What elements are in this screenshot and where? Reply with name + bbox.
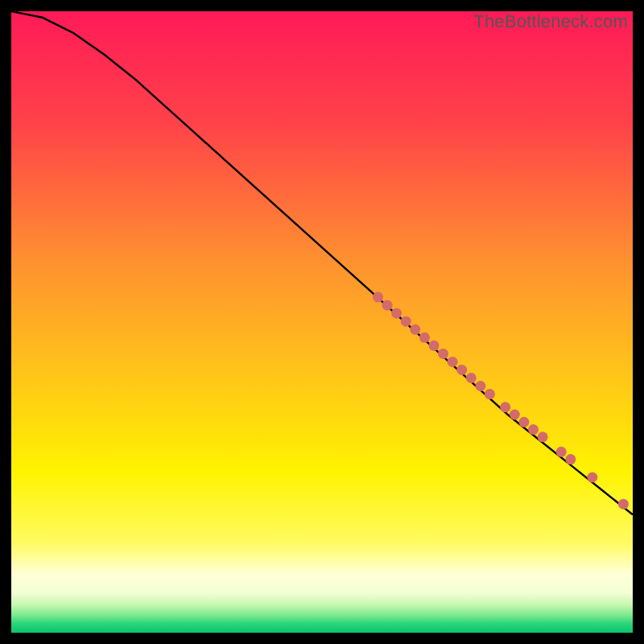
data-point [475, 381, 485, 391]
data-point [456, 365, 467, 375]
data-point [391, 308, 402, 319]
data-point [618, 499, 629, 510]
data-point [438, 349, 448, 359]
data-point [485, 389, 495, 399]
data-point [429, 341, 440, 351]
data-point [401, 316, 411, 327]
data-point [373, 292, 383, 303]
data-point [448, 357, 458, 367]
data-point [556, 447, 567, 457]
plot-area: TheBottleneck.com [11, 11, 633, 633]
data-point [500, 402, 510, 412]
data-point [419, 332, 430, 343]
data-point [382, 300, 393, 311]
data-point [565, 454, 576, 464]
data-point [518, 417, 529, 427]
data-point [510, 410, 520, 420]
chart-stage: TheBottleneck.com [0, 0, 644, 644]
data-point [410, 324, 420, 335]
data-point [538, 431, 548, 442]
watermark-label: TheBottleneck.com [473, 11, 628, 32]
chart-svg [11, 11, 633, 633]
data-point [528, 424, 539, 435]
data-point [587, 473, 597, 483]
data-point [466, 373, 477, 383]
